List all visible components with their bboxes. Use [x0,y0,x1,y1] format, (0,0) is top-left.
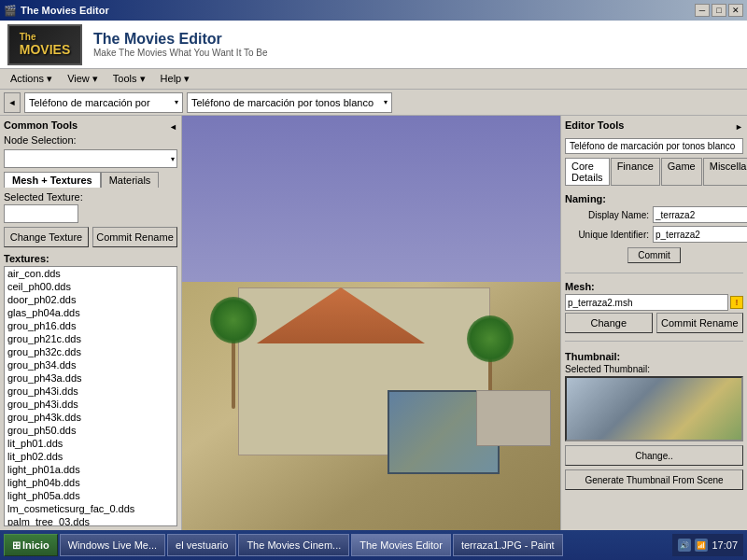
commit-button[interactable]: Commit [627,247,680,263]
texture-list-item[interactable]: ceil_ph00.dds [5,280,176,293]
selected-texture-label: Selected Texture: [4,191,177,203]
unique-id-input[interactable] [653,226,747,243]
taskbar-item-4[interactable]: terraza1.JPG - Paint [453,534,563,556]
generate-thumbnail-button[interactable]: Generate Thumbnail From Scene [565,469,743,490]
menu-actions[interactable]: Actions ▾ [4,70,59,88]
right-info-bar: Teléfono de marcación por tonos blanco [565,138,743,154]
app-header: TheMOVIES The Movies Editor Make The Mov… [0,21,747,69]
start-button[interactable]: ⊞ Inicio [4,534,58,556]
textures-label: Textures: [4,253,177,264]
node-selection-label: Node Selection: [4,134,77,146]
app-logo: TheMOVIES [7,24,82,65]
divider-2 [565,341,743,342]
texture-preview [4,204,78,223]
thumbnail-preview [565,376,743,441]
thumbnail-section: Thumbnail: Selected Thumbnail: Change.. … [565,347,743,490]
display-name-input[interactable] [653,206,747,223]
taskbar-item-0[interactable]: Windows Live Me... [60,534,165,556]
center-viewport[interactable] [182,116,560,530]
texture-list-item[interactable]: grou_ph43a.dds [5,371,176,385]
texture-list-item[interactable]: light_ph04b.dds [5,476,176,489]
left-panel-title: Common Tools [4,119,78,131]
menu-help[interactable]: Help ▾ [154,70,197,88]
thumbnail-image [567,378,741,440]
toolbar-dropdown-small[interactable]: Teléfono de marcación por ▾ [24,92,183,113]
texture-list-item[interactable]: grou_ph43i.dds [5,385,176,398]
sky [182,116,560,302]
selected-thumbnail-label: Selected Thumbnail: [565,364,743,374]
title-bar: 🎬 The Movies Editor ─ □ ✕ [0,0,747,21]
texture-list-item[interactable]: grou_ph16.dds [5,319,176,332]
texture-list-item[interactable]: door_ph02.dds [5,293,176,306]
texture-list-item[interactable]: grou_ph43k.dds [5,411,176,424]
taskbar-item-2[interactable]: The Movies Cinem... [238,534,349,556]
display-name-label: Display Name: [565,210,649,220]
main-content: Common Tools ◄ Node Selection: ▾ Mesh + … [0,116,747,530]
commit-rename-button-left[interactable]: Commit Rename [92,227,177,247]
app-subtitle: Make The Movies What You Want It To Be [93,48,268,58]
change-texture-button[interactable]: Change Texture [4,227,89,247]
thumbnail-section-header: Thumbnail: [565,351,743,362]
tab-materials[interactable]: Materials [101,172,160,188]
texture-list-item[interactable]: light_ph01a.dds [5,463,176,476]
divider-1 [565,273,743,273]
unique-id-label: Unique Identifier: [565,230,649,240]
taskbar-time: 17:07 [712,539,738,551]
window-title: The Movies Editor [21,5,109,16]
change-mesh-button[interactable]: Change [565,313,653,333]
mesh-input[interactable] [565,294,728,311]
fence-right [476,390,551,446]
minimize-button[interactable]: ─ [695,4,710,17]
left-panel-expand-icon[interactable]: ◄ [169,122,177,132]
taskbar-item-1[interactable]: el vestuario [167,534,236,556]
tab-miscellaneous[interactable]: Miscellaneous [703,158,747,186]
window-icon: 🎬 [4,5,17,17]
texture-list-item[interactable]: air_con.dds [5,267,176,280]
textures-list[interactable]: air_con.ddsceil_ph00.ddsdoor_ph02.ddsgla… [4,266,177,526]
tab-mesh-textures[interactable]: Mesh + Textures [4,172,101,188]
viewport-scene [182,116,560,530]
menu-view[interactable]: View ▾ [61,70,105,88]
toolbar-btn-left[interactable]: ◄ [4,92,21,113]
texture-list-item[interactable]: glas_ph04a.dds [5,306,176,319]
texture-list-item[interactable]: grou_ph43i.dds [5,398,176,411]
right-tabs: Core Details Finance Game Miscellaneous [565,158,743,186]
right-panel: Editor Tools ► Teléfono de marcación por… [560,116,747,530]
left-panel: Common Tools ◄ Node Selection: ▾ Mesh + … [0,116,182,530]
right-panel-expand-icon[interactable]: ► [735,122,743,132]
taskbar-tray: 🔊 📶 17:07 [672,534,743,556]
change-thumbnail-button[interactable]: Change.. [565,445,743,466]
texture-list-item[interactable]: lit_ph02.dds [5,450,176,463]
texture-list-item[interactable]: light_ph05a.dds [5,489,176,502]
app-title: The Movies Editor [93,31,268,48]
taskbar: ⊞ Inicio Windows Live Me... el vestuario… [0,530,747,560]
naming-section-header: Naming: [565,193,743,204]
right-panel-title: Editor Tools [565,119,624,131]
commit-rename-mesh-button[interactable]: Commit Rename [656,313,744,333]
tray-icon-2: 📶 [695,539,708,552]
tray-icon-1: 🔊 [678,539,691,552]
tab-game[interactable]: Game [661,158,702,186]
tab-finance[interactable]: Finance [611,158,660,186]
texture-list-item[interactable]: grou_ph34.dds [5,358,176,371]
menu-bar: Actions ▾ View ▾ Tools ▾ Help ▾ [0,69,747,90]
left-tabs: Mesh + Textures Materials [4,172,177,188]
texture-list-item[interactable]: grou_ph21c.dds [5,332,176,345]
maximize-button[interactable]: □ [712,4,726,17]
texture-list-item[interactable]: lm_cosmeticsurg_fac_0.dds [5,502,176,515]
node-selection-dropdown[interactable]: ▾ [4,149,177,168]
texture-list-item[interactable]: grou_ph50.dds [5,424,176,437]
mesh-warning-icon: ! [730,296,743,309]
tab-core-details[interactable]: Core Details [565,158,610,186]
texture-list-item[interactable]: grou_ph32c.dds [5,345,176,358]
close-button[interactable]: ✕ [728,4,743,17]
mesh-section-header: Mesh: [565,281,743,292]
texture-list-item[interactable]: lit_ph01.dds [5,437,176,450]
texture-list-item[interactable]: palm_tree_03.dds [5,515,176,526]
taskbar-item-3[interactable]: The Movies Editor [351,534,451,556]
menu-tools[interactable]: Tools ▾ [106,70,152,88]
toolbar-dropdown-large[interactable]: Teléfono de marcación por tonos blanco ▾ [187,92,392,113]
start-icon: ⊞ [12,539,21,552]
palm-tree-left [210,297,257,409]
toolbar-row: ◄ Teléfono de marcación por ▾ Teléfono d… [0,90,747,116]
